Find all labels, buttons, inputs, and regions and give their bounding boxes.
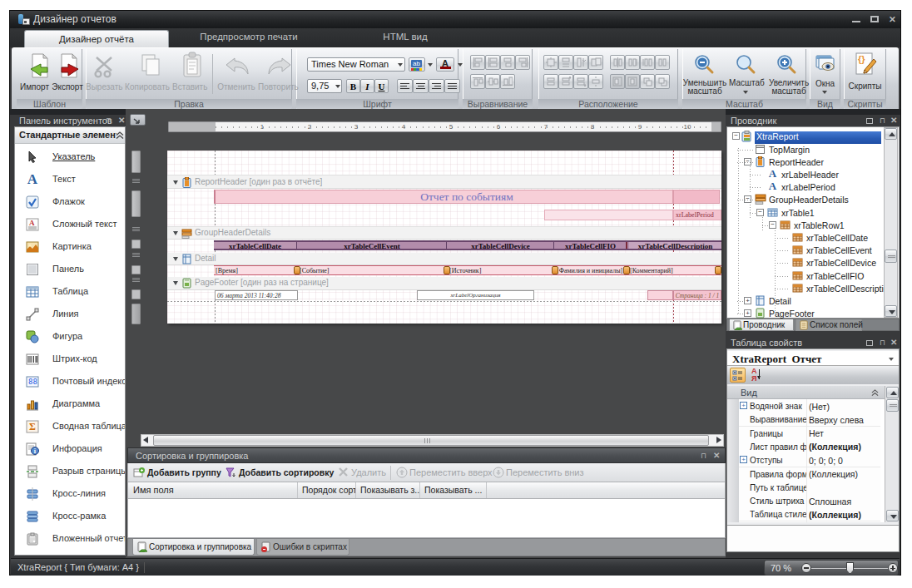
svg-text:A: A [29, 219, 35, 227]
svg-text:Σ: Σ [29, 421, 36, 432]
svg-text:{}: {} [858, 54, 865, 64]
svg-text:88: 88 [28, 378, 37, 386]
